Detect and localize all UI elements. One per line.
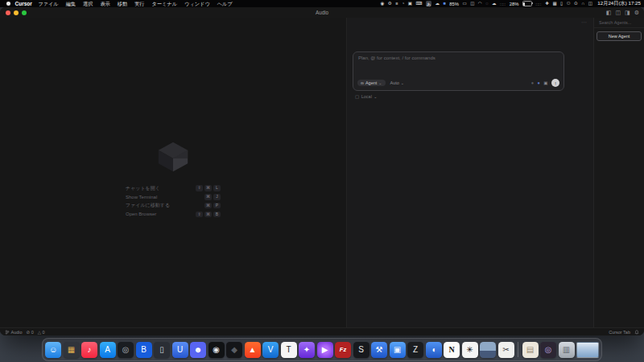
dock-scissors-app[interactable]: ✂ xyxy=(498,342,514,358)
dock-purple-crystal-app[interactable]: ✦ xyxy=(299,342,315,358)
wifi-icon[interactable]: ◠ xyxy=(478,0,482,7)
send-button[interactable]: ↑ xyxy=(551,79,559,87)
blue-square-icon[interactable]: ■ xyxy=(444,0,446,7)
menu-item-3[interactable]: 表示 xyxy=(97,0,114,7)
cloud-icon[interactable]: ☁ xyxy=(436,0,440,7)
cursor-tab-indicator[interactable]: Cursor Tab xyxy=(609,330,630,335)
dock-launchpad[interactable]: ▦ xyxy=(64,342,80,358)
phone-icon[interactable]: ▯ xyxy=(560,0,563,7)
menu-item-1[interactable]: 編集 xyxy=(62,0,79,7)
mode-label: Agent xyxy=(365,80,377,85)
menu-item-2[interactable]: 選択 xyxy=(80,0,97,7)
dock-rings-app[interactable]: ◎ xyxy=(118,342,134,358)
sensor-stats[interactable]: ∷∷ xyxy=(535,2,541,6)
battery-icon[interactable] xyxy=(522,1,532,6)
chevron-down-icon: ⌄ xyxy=(374,94,377,99)
dock-hammer-app[interactable]: ⚒ xyxy=(371,342,387,358)
apple-menu-icon[interactable] xyxy=(6,2,10,6)
mention-icon[interactable]: ● xyxy=(537,79,539,87)
dock-obs[interactable]: ◉ xyxy=(208,342,225,358)
dock-trash[interactable]: ▥ xyxy=(559,342,575,358)
dock-s-app[interactable]: S xyxy=(353,342,369,358)
menu-bar: Cursor ファイル編集選択表示移動実行ターミナルウィンドウヘルプ ◉⚙≡◔▣… xyxy=(0,0,644,7)
plus-icon[interactable]: ✚ xyxy=(545,0,549,7)
dock-iphone-mirroring[interactable]: ▯ xyxy=(154,342,170,358)
mode-selector[interactable]: ∞ Agent ⌄ xyxy=(357,80,386,86)
battery-percent[interactable]: 28% xyxy=(510,2,519,6)
spotlight-icon[interactable]: ◌ xyxy=(485,0,488,7)
dock-discord[interactable]: ☻ xyxy=(190,342,206,358)
dock-finder[interactable]: ☺ xyxy=(45,342,61,358)
app-menu[interactable]: Cursor xyxy=(15,1,32,6)
dock-filezilla[interactable]: Fz xyxy=(335,342,351,358)
screen-mirroring-icon[interactable]: ◫ xyxy=(470,0,474,7)
gear-icon[interactable]: ⚙ xyxy=(388,0,392,7)
bell-icon[interactable] xyxy=(634,330,639,335)
keyboard-icon[interactable]: ⌨ xyxy=(416,0,423,7)
gauge-icon[interactable]: ◔ xyxy=(402,0,404,7)
dock-notion[interactable]: N xyxy=(444,342,460,358)
list-icon[interactable]: ≡ xyxy=(395,0,398,7)
camera-icon[interactable]: ◉ xyxy=(381,0,385,7)
menu-item-0[interactable]: ファイル xyxy=(35,0,62,7)
agent-search-input[interactable] xyxy=(597,19,641,26)
scope-selector[interactable]: ▢ Local ⌄ xyxy=(355,94,378,99)
headphones-icon[interactable]: ∩ xyxy=(581,0,584,7)
dock-brave[interactable]: ▲ xyxy=(245,342,261,358)
dock-u-app[interactable]: U xyxy=(172,342,188,358)
face-icon[interactable]: ⚇ xyxy=(567,0,571,7)
menu-item-4[interactable]: 移動 xyxy=(114,0,130,7)
problems-indicator[interactable]: ⊘ 0 △ 0 xyxy=(27,330,45,335)
shortcut-row-1: Show Terminal⌘J xyxy=(126,194,221,200)
agent-composer[interactable]: ∞ Agent ⌄ Auto ⌄ ●●▣↑ xyxy=(353,51,564,91)
menu-item-6[interactable]: ターミナル xyxy=(148,0,181,7)
dock-screenshot-preview-app[interactable] xyxy=(480,342,496,358)
menu-item-8[interactable]: ヘルプ xyxy=(213,0,236,7)
dock-cursor[interactable]: ◆ xyxy=(226,342,242,358)
headset-battery-percent[interactable]: 85% xyxy=(449,2,459,6)
new-agent-button[interactable]: New Agent xyxy=(597,31,642,41)
titlebar-actions: ◧◫◨⚙ xyxy=(606,7,639,18)
close-window-button[interactable] xyxy=(6,10,10,15)
workspace-indicator[interactable]: Audio xyxy=(5,330,23,335)
window-titlebar[interactable]: Audio ◧◫◨⚙ xyxy=(0,7,644,19)
dock-typora[interactable]: T xyxy=(281,342,297,358)
dock-bitwarden[interactable]: B xyxy=(136,342,152,358)
menu-item-5[interactable]: 実行 xyxy=(131,0,148,7)
power-icon[interactable]: ⊙ xyxy=(574,0,578,7)
model-selector[interactable]: Auto ⌄ xyxy=(390,80,405,85)
dock-zed[interactable]: Z xyxy=(407,342,423,358)
image-icon[interactable]: ▣ xyxy=(543,79,547,87)
dock-magnifier-hat-app[interactable]: ◎ xyxy=(540,342,556,358)
network-stats[interactable]: ∷∷ xyxy=(500,2,506,6)
zoom-window-button[interactable] xyxy=(22,10,27,15)
grid-icon[interactable]: ▦ xyxy=(552,0,556,7)
status-bar-left: Audio ⊘ 0 △ 0 xyxy=(5,330,45,335)
agent-composer-input[interactable] xyxy=(357,54,560,78)
dock-window-app[interactable]: ▣ xyxy=(390,342,406,358)
dock-app-store[interactable]: A xyxy=(100,342,116,358)
minimized-window[interactable] xyxy=(576,342,599,358)
ime-icon[interactable]: あ xyxy=(426,1,431,6)
dock-media-player[interactable]: ▶ xyxy=(317,342,333,358)
toggle-right-panel-icon[interactable]: ◨ xyxy=(625,7,630,18)
minimize-window-button[interactable] xyxy=(14,10,19,15)
menu-item-7[interactable]: ウィンドウ xyxy=(181,0,214,7)
control-center-icon[interactable]: ◫ xyxy=(588,0,592,7)
traffic-lights xyxy=(6,10,27,15)
menubar-clock[interactable]: 12月24日(水) 17:25 xyxy=(597,0,641,7)
shortcut-label: チャットを開く xyxy=(126,185,160,192)
dock-blue-app[interactable]: ◖ xyxy=(426,342,442,358)
settings-icon[interactable]: ⚙ xyxy=(634,7,639,18)
dock-music[interactable]: ♪ xyxy=(81,342,97,358)
toggle-bottom-panel-icon[interactable]: ◫ xyxy=(615,7,621,18)
display-icon[interactable]: ▭ xyxy=(462,0,466,7)
more-options-icon[interactable]: ⋯ xyxy=(581,19,587,26)
dock-document-thumbnail[interactable]: ▤ xyxy=(522,342,539,358)
window-icon[interactable]: ▣ xyxy=(408,0,412,7)
dock-vscode[interactable]: V xyxy=(262,342,279,358)
voice-icon[interactable]: ● xyxy=(531,79,534,87)
dock-chatgpt[interactable]: ✳ xyxy=(462,342,478,358)
weather-icon[interactable]: ☁ xyxy=(492,0,497,7)
toggle-left-panel-icon[interactable]: ◧ xyxy=(606,7,612,18)
